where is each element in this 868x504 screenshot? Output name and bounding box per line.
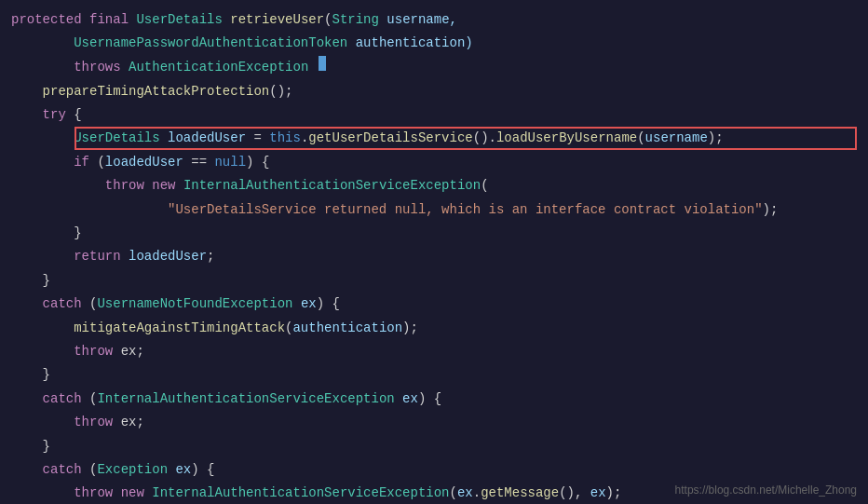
- token: InternalAuthenticationServiceException: [183, 175, 481, 196]
- code-line-6: UserDetails loadedUser = this.getUserDet…: [0, 127, 868, 150]
- token: ex: [457, 483, 473, 503]
- code-line-19: }: [0, 434, 868, 457]
- token: catch: [43, 459, 82, 480]
- token: throw: [74, 341, 113, 361]
- token: authentication): [347, 33, 472, 53]
- token: [11, 152, 74, 172]
- token: AuthenticationException: [129, 57, 308, 77]
- token: throw: [105, 175, 144, 196]
- token: [144, 175, 152, 196]
- token: loadedUser: [168, 128, 246, 148]
- token: loadedUser: [129, 246, 207, 266]
- token: );: [606, 483, 622, 503]
- token: ) {: [317, 293, 340, 314]
- token: [11, 412, 74, 432]
- token: [113, 483, 120, 503]
- token: ();: [269, 81, 292, 102]
- token: [11, 81, 43, 102]
- token: (: [82, 459, 98, 480]
- code-line-17: catch (InternalAuthenticationServiceExce…: [0, 387, 868, 410]
- token: [11, 459, 43, 480]
- token: catch: [43, 388, 82, 409]
- token: (: [324, 9, 332, 30]
- token: new: [121, 483, 144, 503]
- token: authentication: [292, 318, 402, 338]
- token: .: [301, 128, 308, 148]
- code-line-15: throw ex;: [0, 339, 868, 362]
- code-container: protected final UserDetails retrieveUser…: [0, 0, 868, 504]
- token: [121, 57, 129, 77]
- code-line-10: }: [0, 222, 868, 245]
- token: ) {: [191, 459, 214, 480]
- code-line-14: mitigateAgainstTimingAttack(authenticati…: [0, 316, 868, 339]
- token: .: [473, 483, 481, 503]
- token: (: [82, 388, 98, 409]
- token: (: [89, 152, 105, 172]
- token: [11, 318, 74, 338]
- token: [144, 483, 152, 503]
- token: ;: [207, 246, 214, 266]
- token: InternalAuthenticationServiceException: [97, 388, 394, 409]
- watermark: https://blog.csdn.net/Michelle_Zhong: [675, 484, 857, 497]
- token: this: [269, 128, 301, 148]
- token: [11, 341, 74, 361]
- token: [11, 128, 74, 148]
- token: }: [11, 436, 50, 456]
- token: ex: [301, 293, 317, 314]
- token: UsernameNotFoundException: [97, 293, 292, 314]
- token: username: [645, 128, 708, 148]
- token: UserDetails: [136, 9, 222, 30]
- token: null: [214, 152, 246, 172]
- code-line-16: }: [0, 363, 868, 387]
- code-line-2: UsernamePasswordAuthenticationToken auth…: [0, 31, 868, 54]
- token: getMessage: [481, 483, 559, 503]
- token: throw: [74, 483, 113, 503]
- token: }: [11, 270, 50, 291]
- token: ().: [473, 128, 496, 148]
- token: ex;: [113, 412, 144, 432]
- token: }: [11, 223, 82, 243]
- token: ex: [175, 459, 191, 480]
- token: catch: [43, 293, 82, 314]
- token: ==: [183, 152, 215, 172]
- token: [395, 388, 402, 409]
- token: loadUserByUsername: [496, 128, 637, 148]
- code-line-18: throw ex;: [0, 411, 868, 434]
- token: [11, 199, 168, 220]
- token: (: [450, 483, 457, 503]
- token: UserDetails: [74, 128, 159, 148]
- token: [308, 57, 316, 77]
- token: final: [89, 9, 129, 30]
- token: username,: [379, 9, 457, 30]
- token: return: [74, 246, 120, 266]
- cursor: [319, 56, 326, 71]
- token: =: [246, 128, 269, 148]
- token: throw: [74, 412, 113, 432]
- token: );: [763, 199, 779, 220]
- token: UsernamePasswordAuthenticationToken: [74, 33, 347, 53]
- code-line-12: }: [0, 268, 868, 292]
- code-line-9: "UserDetailsService returned null, which…: [0, 198, 868, 221]
- token: [11, 293, 43, 314]
- token: [11, 388, 43, 409]
- token: [11, 246, 74, 266]
- token: String: [332, 9, 379, 30]
- code-line-1: protected final UserDetails retrieveUser…: [0, 7, 868, 31]
- token: [11, 33, 74, 53]
- token: mitigateAgainstTimingAttack: [74, 318, 285, 338]
- token: (: [637, 128, 644, 148]
- token: ex: [402, 388, 418, 409]
- token: [11, 483, 74, 503]
- token: protected: [11, 9, 82, 30]
- token: Exception: [97, 459, 168, 480]
- code-line-7: if (loadedUser == null) {: [0, 150, 868, 173]
- token: try: [43, 104, 66, 125]
- token: );: [708, 128, 724, 148]
- token: throws: [74, 57, 120, 77]
- token: ex: [590, 483, 606, 503]
- token: InternalAuthenticationServiceException: [152, 483, 449, 503]
- token: [11, 104, 43, 125]
- token: (: [82, 293, 98, 314]
- token: [175, 175, 183, 196]
- token: (: [285, 318, 292, 338]
